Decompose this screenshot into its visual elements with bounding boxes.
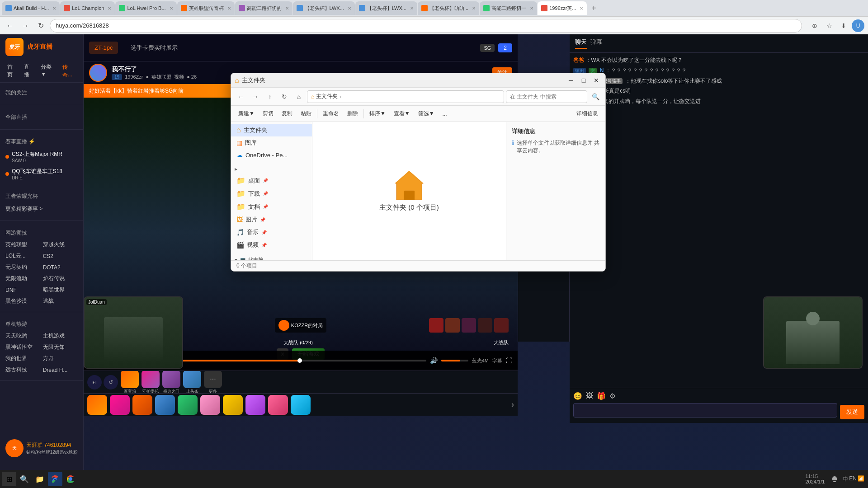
- chat-tab-active[interactable]: 聊天: [575, 38, 587, 49]
- download-icon[interactable]: ⬇: [837, 19, 850, 32]
- sidebar-more-events[interactable]: 更多精彩赛事 >: [0, 203, 83, 215]
- tray-wifi[interactable]: 📶: [858, 475, 864, 483]
- sidebar-item-qqflight[interactable]: QQ飞车谁是车王S18 DR·E: [0, 165, 83, 183]
- tray-icon-2[interactable]: EN: [849, 475, 857, 483]
- volume-btn[interactable]: 🔊: [430, 357, 438, 364]
- sec-icon-9[interactable]: [268, 395, 288, 415]
- zt-tab-special[interactable]: 选手卡费实时展示: [125, 41, 183, 55]
- fe-delete-button[interactable]: 删除: [344, 108, 362, 120]
- taskbar-chrome-button[interactable]: [63, 472, 78, 486]
- tab-close-2[interactable]: ✕: [108, 6, 111, 11]
- forward-button[interactable]: →: [19, 19, 32, 32]
- tab-5[interactable]: 高能二路虾切的 ✕: [235, 1, 292, 15]
- new-tab-button[interactable]: +: [587, 2, 600, 14]
- game-dota2[interactable]: DOTA2: [41, 262, 78, 272]
- sg-fz[interactable]: 方舟: [41, 353, 78, 364]
- fe-details-button[interactable]: 详细信息: [573, 108, 602, 120]
- game-wjqy[interactable]: 无尽契约: [4, 262, 40, 272]
- game-tzz[interactable]: 逃战: [41, 296, 78, 306]
- fe-copy-button[interactable]: 复制: [278, 108, 296, 120]
- fe-home-nav-button[interactable]: ⌂: [292, 90, 305, 103]
- taskbar-search-button[interactable]: 🔍: [17, 472, 32, 486]
- game-hss[interactable]: 黑色沙漠: [4, 296, 40, 306]
- settings-icon[interactable]: ⚙: [609, 392, 616, 400]
- wzry-header[interactable]: 王者荣耀光杯: [0, 190, 83, 203]
- sg-wdsj[interactable]: 我的世界: [4, 353, 40, 364]
- blue-btn[interactable]: 2: [498, 43, 512, 52]
- tab-2[interactable]: LoL Champion ✕: [60, 1, 115, 15]
- tray-icon-1[interactable]: 中: [843, 475, 848, 483]
- taskbar-start-button[interactable]: ⊞: [2, 472, 16, 486]
- taskbar-files-button[interactable]: 📁: [33, 472, 47, 486]
- sg-dread[interactable]: Dread H...: [41, 365, 78, 375]
- netgame-header[interactable]: 网游竞技: [0, 226, 83, 239]
- tab-7[interactable]: 【老头杯】LWX... ✕: [355, 1, 417, 15]
- bookmark-icon[interactable]: ☆: [823, 19, 835, 32]
- tab-close-3[interactable]: ✕: [170, 6, 173, 11]
- account-icon[interactable]: U: [852, 19, 864, 32]
- sec-icon-4[interactable]: [155, 395, 175, 415]
- fe-search-input[interactable]: [506, 90, 587, 103]
- fe-sidebar-onedrive[interactable]: ☁ OneDrive - Pe...: [231, 149, 312, 161]
- donation-item-more[interactable]: ··· 更多: [204, 371, 222, 393]
- back-button[interactable]: ←: [4, 19, 16, 32]
- fe-sidebar-section-pc[interactable]: ▾ 💻 此电脑: [231, 255, 312, 260]
- sg-ttcj[interactable]: 天天吃鸡: [4, 331, 40, 341]
- fe-sidebar-section-quick[interactable]: ▸: [231, 164, 312, 174]
- tab-close-6[interactable]: ✕: [348, 6, 351, 11]
- volume-bar[interactable]: [441, 360, 468, 361]
- fe-sidebar-downloads[interactable]: 📁 下载 📌: [231, 187, 312, 200]
- tab-4[interactable]: 英雄联盟传奇杯 ✕: [177, 1, 235, 15]
- game-cfm[interactable]: 穿越火线: [41, 239, 78, 250]
- nav-home[interactable]: 首页: [5, 61, 19, 80]
- fe-back-button[interactable]: ←: [235, 90, 247, 103]
- fe-maximize-button[interactable]: □: [578, 75, 589, 86]
- fe-view-button[interactable]: 查看▼: [390, 108, 414, 120]
- tab-3[interactable]: LoL Hwei Pro B... ✕: [115, 1, 176, 15]
- chat-tab-2[interactable]: 弹幕: [590, 38, 602, 49]
- sg-wxwz[interactable]: 无限无知: [41, 342, 78, 352]
- fe-sidebar-gallery[interactable]: ▦ 图库: [231, 136, 312, 149]
- emoji-icon[interactable]: 😊: [573, 392, 582, 400]
- tab-close-4[interactable]: ✕: [227, 6, 231, 11]
- fe-cut-button[interactable]: 剪切: [259, 108, 277, 120]
- fe-sidebar-documents[interactable]: 📁 文档 📌: [231, 200, 312, 213]
- reload-button[interactable]: ↻: [34, 19, 47, 32]
- taskbar-notification-icon[interactable]: [829, 474, 840, 484]
- progress-thumb[interactable]: [297, 358, 302, 363]
- nav-legend[interactable]: 传奇...: [61, 61, 78, 80]
- sg-label[interactable]: SG: [480, 44, 495, 52]
- tab-close-10[interactable]: ✕: [580, 6, 583, 11]
- sg-ygkj[interactable]: 远古科技: [4, 365, 40, 375]
- fe-forward-button[interactable]: →: [249, 90, 262, 103]
- donation-item-3[interactable]: 盛典之门: [162, 371, 180, 393]
- fe-paste-button[interactable]: 粘贴: [297, 108, 315, 120]
- fe-sidebar-pictures[interactable]: 🖼 图片 📌: [231, 213, 312, 226]
- donation-item-1[interactable]: 百宝箱: [121, 371, 139, 393]
- sec-icon-1[interactable]: [87, 395, 107, 415]
- game-ajsj[interactable]: 暗黑世界: [41, 285, 78, 295]
- fe-new-button[interactable]: 新建▼: [235, 108, 258, 120]
- sec-icon-7[interactable]: [223, 395, 243, 415]
- fe-close-button[interactable]: ✕: [591, 75, 602, 86]
- tab-6[interactable]: 【老头杯】LWX... ✕: [293, 1, 355, 15]
- sec-icon-6[interactable]: [200, 395, 220, 415]
- tab-9[interactable]: 高能二路虾切一 ✕: [480, 1, 537, 15]
- my-follows-header[interactable]: 我的关注: [0, 86, 83, 99]
- tab-close-8[interactable]: ✕: [472, 6, 476, 11]
- sidebar-item-cs2[interactable]: CS2-上海Major RMR SAW 0: [0, 148, 83, 165]
- expand-icon[interactable]: ›: [511, 400, 514, 409]
- tab-close-7[interactable]: ✕: [410, 6, 414, 11]
- sg-hshjsp[interactable]: 黑神话悟空: [4, 342, 40, 352]
- fe-refresh-button[interactable]: ↻: [278, 90, 291, 103]
- zt-tab-1pc[interactable]: ZT-1pc: [89, 42, 118, 54]
- game-lol2[interactable]: LOL云...: [4, 251, 40, 261]
- game-dnf[interactable]: DNF: [4, 285, 40, 295]
- fe-sidebar-music[interactable]: 🎵 音乐 📌: [231, 226, 312, 239]
- fe-minimize-button[interactable]: ─: [566, 75, 576, 86]
- esports-header[interactable]: 赛事直播 ⚡: [0, 135, 83, 148]
- refresh-icon[interactable]: ↺: [104, 375, 118, 389]
- donation-item-2[interactable]: 守护委托: [142, 371, 160, 393]
- play-icon[interactable]: ⏯: [87, 375, 102, 389]
- fe-sidebar-desktop[interactable]: 📁 桌面 📌: [231, 174, 312, 187]
